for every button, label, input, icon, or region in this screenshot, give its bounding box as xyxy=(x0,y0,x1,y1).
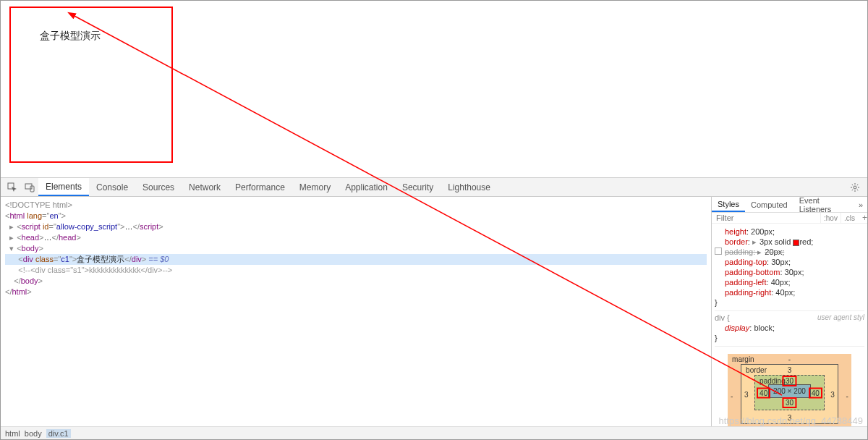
padding-right-value[interactable]: 40 xyxy=(809,387,822,398)
breadcrumb-item[interactable]: body xyxy=(25,429,42,438)
demo-box-text: 盒子模型演示 xyxy=(40,30,101,41)
breadcrumb-item-selected[interactable]: div.c1 xyxy=(46,429,71,438)
tab-sources[interactable]: Sources xyxy=(135,178,182,196)
tab-elements[interactable]: Elements xyxy=(38,178,89,196)
devtools-tabbar: Elements Console Sources Network Perform… xyxy=(1,178,867,197)
margin-label: margin xyxy=(732,355,754,363)
chevron-right-icon[interactable]: ▸ xyxy=(9,221,17,232)
elements-tree[interactable]: <!DOCTYPE html> <html lang="en"> ▸<scrip… xyxy=(1,197,711,439)
new-rule-button[interactable]: + xyxy=(858,213,867,223)
demo-box: 盒子模型演示 xyxy=(9,7,173,163)
tab-performance[interactable]: Performance xyxy=(228,178,292,196)
padding-label: padding xyxy=(760,377,786,385)
dom-comment: <!--<div class="s1">kkkkkkkkkkkkk</div>-… xyxy=(18,266,172,274)
sidebar-tab-event[interactable]: Event Listeners xyxy=(793,197,859,212)
padding-top-value[interactable]: 30 xyxy=(783,376,796,386)
page-viewport: 盒子模型演示 xyxy=(1,1,867,177)
device-toggle-icon[interactable] xyxy=(21,178,38,196)
sidebar-tab-computed[interactable]: Computed xyxy=(745,197,793,212)
tab-memory[interactable]: Memory xyxy=(292,178,338,196)
styles-rules[interactable]: height: 200px; border: ▸3px solid red; p… xyxy=(712,224,867,348)
chevron-right-icon[interactable]: ▸ xyxy=(9,232,17,243)
hov-toggle[interactable]: :hov xyxy=(820,213,841,223)
tab-application[interactable]: Application xyxy=(338,178,395,196)
chevron-right-icon[interactable]: ▸ xyxy=(752,237,760,247)
dom-doctype: <!DOCTYPE html> xyxy=(5,200,72,209)
breadcrumb-item[interactable]: html xyxy=(5,429,20,438)
chevron-right-icon[interactable]: ▸ xyxy=(757,247,765,257)
dom-breadcrumb: html body div.c1 xyxy=(1,426,867,439)
padding-bottom-value[interactable]: 30 xyxy=(783,397,796,408)
devtools: Elements Console Sources Network Perform… xyxy=(1,177,867,439)
tab-console[interactable]: Console xyxy=(89,178,135,196)
sidebar-tab-styles[interactable]: Styles xyxy=(712,197,745,212)
tab-security[interactable]: Security xyxy=(395,178,441,196)
tab-network[interactable]: Network xyxy=(182,178,228,196)
inspect-icon[interactable] xyxy=(4,178,21,196)
styles-sidebar: Styles Computed Event Listeners » :hov .… xyxy=(711,197,867,439)
checkbox[interactable] xyxy=(715,248,722,255)
svg-point-3 xyxy=(854,186,856,189)
chevron-down-icon[interactable]: ▾ xyxy=(9,243,17,254)
cls-toggle[interactable]: .cls xyxy=(841,213,858,223)
gear-icon[interactable] xyxy=(846,178,864,196)
styles-filter-input[interactable] xyxy=(712,213,820,222)
border-label: border xyxy=(746,366,767,374)
sidebar-tab-more[interactable]: » xyxy=(859,197,867,212)
padding-left-value[interactable]: 40 xyxy=(757,387,770,398)
dom-selected-node[interactable]: <div class="c1">盒子模型演示</div> == $0 xyxy=(5,254,707,265)
tab-lighthouse[interactable]: Lighthouse xyxy=(441,178,498,196)
